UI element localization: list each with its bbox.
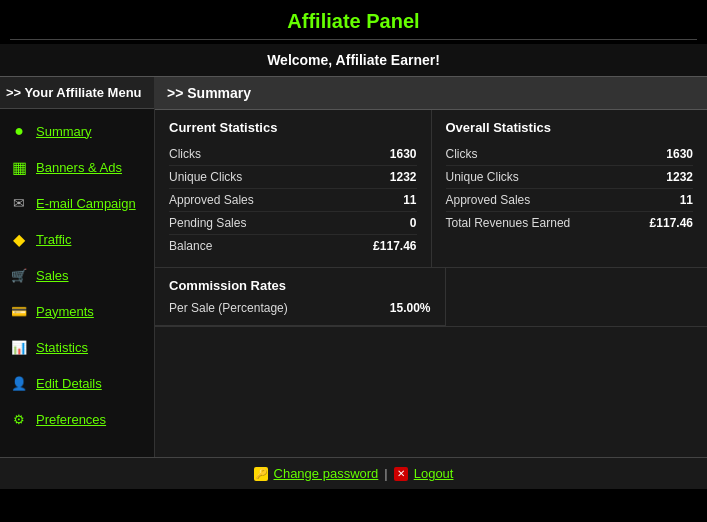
commission-right-empty	[446, 268, 708, 326]
overall-stat-value-revenues: £117.46	[633, 216, 693, 230]
stat-row-unique-clicks: Unique Clicks 1232	[169, 166, 417, 189]
sidebar-label-statistics: Statistics	[36, 340, 88, 355]
overall-stat-label-clicks: Clicks	[446, 147, 634, 161]
edit-icon: 👤	[8, 372, 30, 394]
sidebar-item-banners[interactable]: ▦ Banners & Ads	[0, 149, 154, 185]
stat-row-clicks: Clicks 1630	[169, 143, 417, 166]
stat-value-balance: £117.46	[357, 239, 417, 253]
footer-separator: |	[384, 466, 387, 481]
header-divider	[10, 39, 697, 40]
sidebar-label-payments: Payments	[36, 304, 94, 319]
traffic-icon: ◆	[8, 228, 30, 250]
current-stats-section: Current Statistics Clicks 1630 Unique Cl…	[155, 110, 432, 267]
current-stats-heading: Current Statistics	[169, 120, 417, 135]
logout-link[interactable]: Logout	[414, 466, 454, 481]
stat-row-pending-sales: Pending Sales 0	[169, 212, 417, 235]
overall-stat-label-approved-sales: Approved Sales	[446, 193, 634, 207]
stat-row-balance: Balance £117.46	[169, 235, 417, 257]
stat-label-approved-sales: Approved Sales	[169, 193, 357, 207]
commission-value: 15.00%	[390, 301, 431, 315]
sidebar-item-sales[interactable]: 🛒 Sales	[0, 257, 154, 293]
main-layout: >> Your Affiliate Menu ● Summary ▦ Banne…	[0, 77, 707, 457]
logout-icon: ✕	[394, 467, 408, 481]
sidebar: >> Your Affiliate Menu ● Summary ▦ Banne…	[0, 77, 155, 457]
sidebar-label-traffic: Traffic	[36, 232, 71, 247]
sidebar-item-summary[interactable]: ● Summary	[0, 113, 154, 149]
summary-icon: ●	[8, 120, 30, 142]
key-icon: 🔑	[254, 467, 268, 481]
sidebar-item-traffic[interactable]: ◆ Traffic	[0, 221, 154, 257]
overall-stat-row-unique-clicks: Unique Clicks 1232	[446, 166, 694, 189]
sidebar-label-sales: Sales	[36, 268, 69, 283]
content-area: >> Summary Current Statistics Clicks 163…	[155, 77, 707, 457]
content-heading: >> Summary	[155, 77, 707, 110]
stat-label-clicks: Clicks	[169, 147, 357, 161]
stat-value-pending-sales: 0	[357, 216, 417, 230]
stat-value-approved-sales: 11	[357, 193, 417, 207]
page-title: Affiliate Panel	[0, 10, 707, 33]
sidebar-item-statistics[interactable]: 📊 Statistics	[0, 329, 154, 365]
sidebar-menu: ● Summary ▦ Banners & Ads ✉ E-mail Campa…	[0, 109, 154, 441]
sidebar-item-payments[interactable]: 💳 Payments	[0, 293, 154, 329]
stat-value-unique-clicks: 1232	[357, 170, 417, 184]
sidebar-item-edit[interactable]: 👤 Edit Details	[0, 365, 154, 401]
stat-value-clicks: 1630	[357, 147, 417, 161]
commission-label: Per Sale (Percentage)	[169, 301, 288, 315]
page-header: Affiliate Panel	[0, 0, 707, 44]
overall-stat-value-unique-clicks: 1232	[633, 170, 693, 184]
content-body: Current Statistics Clicks 1630 Unique Cl…	[155, 110, 707, 327]
stat-label-pending-sales: Pending Sales	[169, 216, 357, 230]
overall-stat-value-approved-sales: 11	[633, 193, 693, 207]
change-password-link[interactable]: Change password	[274, 466, 379, 481]
sales-icon: 🛒	[8, 264, 30, 286]
commission-section: Commission Rates Per Sale (Percentage) 1…	[155, 268, 446, 326]
commission-row: Commission Rates Per Sale (Percentage) 1…	[155, 268, 707, 327]
commission-rate-row: Per Sale (Percentage) 15.00%	[169, 301, 431, 315]
sidebar-label-summary: Summary	[36, 124, 92, 139]
overall-stat-row-approved-sales: Approved Sales 11	[446, 189, 694, 212]
stat-row-approved-sales: Approved Sales 11	[169, 189, 417, 212]
sidebar-label-email: E-mail Campaign	[36, 196, 136, 211]
statistics-icon: 📊	[8, 336, 30, 358]
overall-stats-section: Overall Statistics Clicks 1630 Unique Cl…	[432, 110, 708, 267]
payments-icon: 💳	[8, 300, 30, 322]
overall-stat-row-revenues: Total Revenues Earned £117.46	[446, 212, 694, 234]
stats-row: Current Statistics Clicks 1630 Unique Cl…	[155, 110, 707, 268]
overall-stat-label-unique-clicks: Unique Clicks	[446, 170, 634, 184]
overall-stat-label-revenues: Total Revenues Earned	[446, 216, 634, 230]
sidebar-item-email[interactable]: ✉ E-mail Campaign	[0, 185, 154, 221]
banners-icon: ▦	[8, 156, 30, 178]
preferences-icon: ⚙	[8, 408, 30, 430]
stat-label-unique-clicks: Unique Clicks	[169, 170, 357, 184]
overall-stats-heading: Overall Statistics	[446, 120, 694, 135]
overall-stat-row-clicks: Clicks 1630	[446, 143, 694, 166]
footer: 🔑 Change password | ✕ Logout	[0, 457, 707, 489]
stat-label-balance: Balance	[169, 239, 357, 253]
sidebar-heading: >> Your Affiliate Menu	[0, 77, 154, 109]
welcome-bar: Welcome, Affiliate Earner!	[0, 44, 707, 76]
commission-heading: Commission Rates	[169, 278, 431, 293]
overall-stat-value-clicks: 1630	[633, 147, 693, 161]
sidebar-item-preferences[interactable]: ⚙ Preferences	[0, 401, 154, 437]
sidebar-label-preferences: Preferences	[36, 412, 106, 427]
sidebar-label-edit: Edit Details	[36, 376, 102, 391]
sidebar-label-banners: Banners & Ads	[36, 160, 122, 175]
email-icon: ✉	[8, 192, 30, 214]
